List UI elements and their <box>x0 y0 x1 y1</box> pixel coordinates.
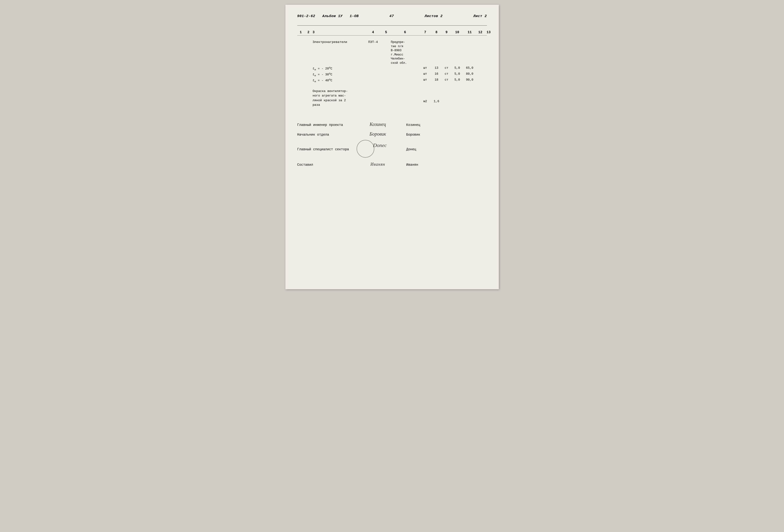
sig-name-chief-engineer: Козинец <box>407 123 420 127</box>
col-header-13: 13 <box>484 30 493 34</box>
col-header-10: 10 <box>451 30 463 34</box>
sig-name-compiled: Иванян <box>407 163 418 167</box>
sig-label-chief-engineer: Главный инженер проекта <box>297 123 354 127</box>
sig-name-chief-spec: Донец <box>407 147 416 151</box>
subrow-minus40: tн = - 40оС шт 18 ст 5,0 90,0 <box>297 78 487 83</box>
sheet-label: Лист 2 <box>473 14 487 18</box>
sig-cursive-head-dept: Боровик <box>354 131 401 137</box>
subdesc-2: tн = - 30оС <box>313 72 365 77</box>
total-3: 90,0 <box>463 78 476 82</box>
main-item-row: Электронагреватели ПЭТ-4 Предпри-тие п/я… <box>297 40 487 65</box>
mark-1: ст <box>442 66 451 70</box>
column-headers: 1 2 3 4 5 6 7 8 9 10 11 12 13 <box>297 30 487 35</box>
doc-number: 901-2-62 <box>297 14 315 18</box>
item-supplier: Предпри-тие п/яВ-8903г.МиассЧелябин-ской… <box>391 40 419 65</box>
col-header-5: 5 <box>382 30 391 34</box>
paint-description: Окраска вентилятор-ного агрегата мас-лян… <box>313 89 365 107</box>
stamp-circle <box>357 140 374 158</box>
mark-3: ст <box>442 78 451 82</box>
qty-3: 18 <box>431 78 442 82</box>
sig-label-head-dept: Начальник отдела <box>297 133 354 137</box>
document-page: 901-2-62 Альбом 1У 1-ОВ 47 Листов 2 Лист… <box>285 5 499 289</box>
col-header-6: 6 <box>391 30 419 34</box>
col-header-4: 4 <box>365 30 382 34</box>
col-header-9: 9 <box>442 30 451 34</box>
section-paint: Окраска вентилятор-ного агрегата мас-лян… <box>297 89 487 107</box>
total-1: 65,0 <box>463 66 476 70</box>
paint-row: Окраска вентилятор-ного агрегата мас-лян… <box>297 89 487 107</box>
mark-2: ст <box>442 72 451 76</box>
sig-name-head-dept: Боровик <box>407 133 420 137</box>
section-electronagrev: Электронагреватели ПЭТ-4 Предпри-тие п/я… <box>297 40 487 83</box>
subrow-minus20: tн = - 20оС шт 13 ст 5,0 65,0 <box>297 66 487 71</box>
col-header-3: 3 <box>313 30 365 34</box>
signature-row-chief-spec: Главный специалист сектора Donec Донец <box>297 141 487 158</box>
sig-label-compiled: Составил <box>297 163 354 167</box>
signature-row-chief-engineer: Главный инженер проекта Козинец Козинец <box>297 122 487 127</box>
weight-3: 5,0 <box>451 78 463 82</box>
sheets-label: Листов 2 <box>425 14 443 18</box>
sig-cursive-chief-spec: Donec <box>354 141 401 158</box>
weight-1: 5,0 <box>451 66 463 70</box>
signature-row-compiled: Составил Иванян Иванян <box>297 162 487 167</box>
weight-2: 5,0 <box>451 72 463 76</box>
col-header-7: 7 <box>419 30 431 34</box>
item-description: Электронагреватели <box>313 40 365 44</box>
total-2: 80,0 <box>463 72 476 76</box>
unit-2: шт <box>419 72 431 76</box>
col-header-1: 1 <box>297 30 304 34</box>
album-label: Альбом 1У <box>323 14 343 18</box>
page-number: 47 <box>390 14 394 18</box>
col-header-2: 2 <box>304 30 313 34</box>
paint-qty: 1,6 <box>431 89 442 103</box>
unit-3: шт <box>419 78 431 82</box>
sig-label-chief-spec: Главный специалист сектора <box>297 147 354 151</box>
subdesc-3: tн = - 40оС <box>313 78 365 83</box>
col-header-12: 12 <box>476 30 484 34</box>
sig-cursive-compiled: Иванян <box>354 162 401 167</box>
subdesc-1: tн = - 20оС <box>313 66 365 71</box>
header-divider <box>297 25 487 26</box>
qty-2: 16 <box>431 72 442 76</box>
album-code: 1-ОВ <box>350 14 359 18</box>
col-header-11: 11 <box>463 30 476 34</box>
item-spec: ПЭТ-4 <box>365 40 382 44</box>
signature-row-head-dept: Начальник отдела Боровик Боровик <box>297 131 487 137</box>
qty-1: 13 <box>431 66 442 70</box>
col-header-8: 8 <box>431 30 442 34</box>
document-header: 901-2-62 Альбом 1У 1-ОВ 47 Листов 2 Лист… <box>297 14 487 18</box>
unit-1: шт <box>419 66 431 70</box>
paint-unit: м2 <box>419 89 431 103</box>
signatures-section: Главный инженер проекта Козинец Козинец … <box>297 122 487 167</box>
sig-cursive-chief-engineer: Козинец <box>354 122 401 127</box>
subrow-minus30: tн = - 30оС шт 16 ст 5,0 80,0 <box>297 72 487 77</box>
